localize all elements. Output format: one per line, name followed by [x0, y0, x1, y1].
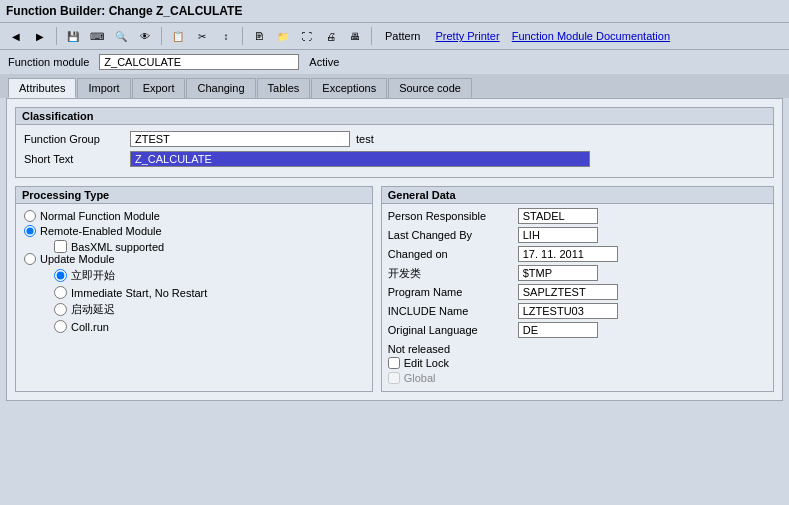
- pattern-button[interactable]: Pattern: [378, 27, 427, 45]
- move-button[interactable]: ↕: [216, 26, 236, 46]
- update-module-label: Update Module: [40, 253, 115, 265]
- classification-content: Function Group test Short Text Z_CALCULA…: [16, 125, 773, 177]
- toolbar-sep-2: [161, 27, 162, 45]
- forward-button[interactable]: ▶: [30, 26, 50, 46]
- not-released-text: Not released: [382, 341, 773, 357]
- edit-lock-label: Edit Lock: [404, 357, 449, 369]
- clipboard-button[interactable]: 📋: [168, 26, 188, 46]
- program-name-value: SAPLZTEST: [518, 284, 618, 300]
- print-preview-button[interactable]: 🖨: [321, 26, 341, 46]
- changed-on-row: Changed on 17. 11. 2011: [382, 246, 773, 262]
- changed-on-label: Changed on: [388, 248, 518, 260]
- edit-lock-checkbox[interactable]: [388, 357, 400, 369]
- tabs: Attributes Import Export Changing Tables…: [0, 74, 789, 98]
- tab-tables[interactable]: Tables: [257, 78, 311, 98]
- coll-run-radio[interactable]: [54, 320, 67, 333]
- classification-section: Classification Function Group test Short…: [15, 107, 774, 178]
- back-button[interactable]: ◀: [6, 26, 26, 46]
- program-name-label: Program Name: [388, 286, 518, 298]
- main-content: Classification Function Group test Short…: [6, 98, 783, 401]
- no-restart-radio[interactable]: [54, 286, 67, 299]
- immediate-start-label: 立即开始: [71, 268, 115, 283]
- function-group-extra: test: [356, 133, 374, 145]
- toolbar-sep-4: [371, 27, 372, 45]
- person-responsible-label: Person Responsible: [388, 210, 518, 222]
- display-obj-button[interactable]: 🖹: [249, 26, 269, 46]
- basxml-checkbox[interactable]: [54, 240, 67, 253]
- object-dir-button[interactable]: 📁: [273, 26, 293, 46]
- last-changed-by-value: LIH: [518, 227, 598, 243]
- global-label: Global: [404, 372, 436, 384]
- lower-section: Processing Type Normal Function Module R…: [15, 186, 774, 392]
- function-group-label: Function Group: [24, 133, 124, 145]
- delayed-start-label: 启动延迟: [71, 302, 115, 317]
- tab-changing[interactable]: Changing: [186, 78, 255, 98]
- changed-on-value: 17. 11. 2011: [518, 246, 618, 262]
- no-restart-row: Immediate Start, No Restart: [54, 286, 364, 299]
- coll-run-label: Coll.run: [71, 321, 109, 333]
- dev-class-label: 开发类: [388, 266, 518, 281]
- basxml-row: BasXML supported: [54, 240, 364, 253]
- general-data-content: Person Responsible STADEL Last Changed B…: [382, 204, 773, 391]
- tab-attributes[interactable]: Attributes: [8, 78, 76, 98]
- processing-type-section: Processing Type Normal Function Module R…: [15, 186, 373, 392]
- remote-enabled-radio[interactable]: [24, 225, 36, 237]
- normal-fm-label: Normal Function Module: [40, 210, 160, 222]
- classification-title: Classification: [16, 108, 773, 125]
- update-module-row: Update Module: [24, 253, 364, 265]
- tab-export[interactable]: Export: [132, 78, 186, 98]
- short-text-row: Short Text Z_CALCULATE: [24, 151, 765, 167]
- normal-fm-radio[interactable]: [24, 210, 36, 222]
- function-group-input[interactable]: [130, 131, 350, 147]
- fullscreen-button[interactable]: ⛶: [297, 26, 317, 46]
- fm-documentation-link[interactable]: Function Module Documentation: [508, 28, 674, 44]
- toolbar-sep-1: [56, 27, 57, 45]
- person-responsible-value: STADEL: [518, 208, 598, 224]
- global-row: Global: [382, 372, 773, 384]
- original-language-value: DE: [518, 322, 598, 338]
- where-used-button[interactable]: 🔍: [111, 26, 131, 46]
- dev-class-value: $TMP: [518, 265, 598, 281]
- coll-run-row: Coll.run: [54, 320, 364, 333]
- short-text-value[interactable]: Z_CALCULATE: [130, 151, 590, 167]
- pretty-printer-link[interactable]: Pretty Printer: [431, 28, 503, 44]
- fm-header: Function module Active: [0, 50, 789, 74]
- function-group-row: Function Group test: [24, 131, 765, 147]
- dev-class-row: 开发类 $TMP: [382, 265, 773, 281]
- update-module-radio[interactable]: [24, 253, 36, 265]
- remote-enabled-label: Remote-Enabled Module: [40, 225, 162, 237]
- include-name-value: LZTESTU03: [518, 303, 618, 319]
- delayed-start-row: 启动延迟: [54, 302, 364, 317]
- program-name-row: Program Name SAPLZTEST: [382, 284, 773, 300]
- display-button[interactable]: 👁: [135, 26, 155, 46]
- fm-status: Active: [309, 56, 339, 68]
- fm-label: Function module: [8, 56, 89, 68]
- save-button[interactable]: 💾: [63, 26, 83, 46]
- original-language-label: Original Language: [388, 324, 518, 336]
- window-title: Function Builder: Change Z_CALCULATE: [6, 4, 242, 18]
- tab-exceptions[interactable]: Exceptions: [311, 78, 387, 98]
- shortcut-button[interactable]: ⌨: [87, 26, 107, 46]
- delayed-start-radio[interactable]: [54, 303, 67, 316]
- person-responsible-row: Person Responsible STADEL: [382, 208, 773, 224]
- original-language-row: Original Language DE: [382, 322, 773, 338]
- processing-type-content: Normal Function Module Remote-Enabled Mo…: [16, 204, 372, 342]
- immediate-start-radio[interactable]: [54, 269, 67, 282]
- tab-import[interactable]: Import: [77, 78, 130, 98]
- fm-value-input[interactable]: [99, 54, 299, 70]
- global-checkbox: [388, 372, 400, 384]
- remote-enabled-row: Remote-Enabled Module: [24, 225, 364, 237]
- title-bar: Function Builder: Change Z_CALCULATE: [0, 0, 789, 23]
- processing-type-title: Processing Type: [16, 187, 372, 204]
- basxml-label: BasXML supported: [71, 241, 164, 253]
- tab-source-code[interactable]: Source code: [388, 78, 472, 98]
- last-changed-by-label: Last Changed By: [388, 229, 518, 241]
- toolbar: ◀ ▶ 💾 ⌨ 🔍 👁 📋 ✂ ↕ 🖹 📁 ⛶ 🖨 🖶 Pattern Pret…: [0, 23, 789, 50]
- normal-fm-row: Normal Function Module: [24, 210, 364, 222]
- insert-button[interactable]: ✂: [192, 26, 212, 46]
- immediate-start-row: 立即开始: [54, 268, 364, 283]
- edit-lock-row: Edit Lock: [382, 357, 773, 369]
- toolbar-sep-3: [242, 27, 243, 45]
- print-button[interactable]: 🖶: [345, 26, 365, 46]
- general-data-section: General Data Person Responsible STADEL L…: [381, 186, 774, 392]
